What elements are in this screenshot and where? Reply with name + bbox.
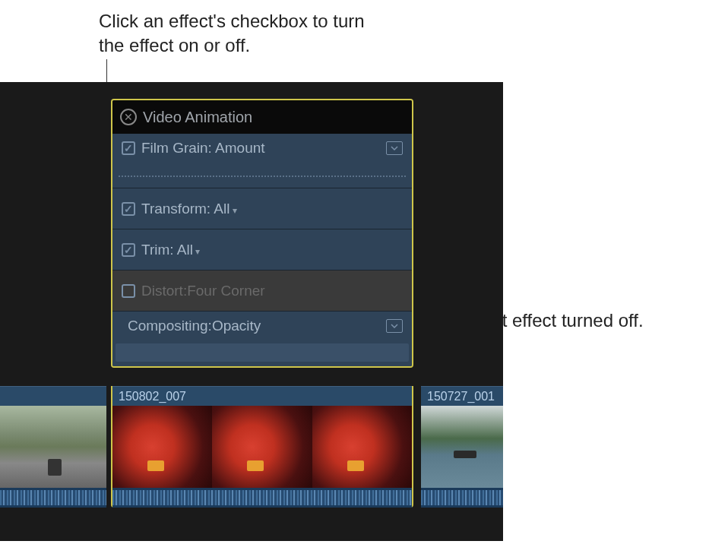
clip-label: 150727_001	[421, 386, 503, 406]
timeline-clip-selected[interactable]: 150802_007	[111, 386, 413, 508]
panel-title: Video Animation	[143, 109, 252, 126]
timeline[interactable]: 150802_007 150727_001	[0, 386, 503, 541]
timeline-bottom-bar	[0, 512, 503, 541]
thumbnail-image	[312, 406, 412, 488]
expand-effect-button[interactable]	[386, 319, 403, 333]
clip-thumbnails	[112, 406, 412, 488]
thumbnail-image	[0, 406, 106, 488]
clip-thumbnails	[0, 406, 106, 488]
video-animation-panel: ✕ Video Animation Film Grain: Amount Tra…	[111, 99, 413, 368]
timeline-clip-prev[interactable]	[0, 386, 106, 508]
effect-checkbox[interactable]	[122, 141, 135, 155]
effect-checkbox[interactable]	[122, 202, 135, 216]
effect-row-trim[interactable]: Trim: All ▾	[112, 229, 412, 271]
effect-row-film-grain[interactable]: Film Grain: Amount	[112, 134, 412, 188]
chevron-down-icon	[391, 146, 398, 150]
effect-row-compositing[interactable]: Compositing:Opacity	[112, 312, 412, 366]
callout-checkbox-instruction: Click an effect's checkbox to turn the e…	[99, 9, 388, 59]
clip-audio-waveform[interactable]	[0, 488, 106, 508]
effect-row-transform[interactable]: Transform: All ▾	[112, 188, 412, 229]
panel-header: ✕ Video Animation	[112, 100, 412, 134]
effect-checkbox[interactable]	[122, 243, 135, 257]
thumbnail-image	[112, 406, 212, 488]
clip-thumbnails	[421, 406, 503, 488]
chevron-down-icon[interactable]: ▾	[233, 205, 237, 216]
close-panel-button[interactable]: ✕	[120, 109, 137, 125]
thumbnail-image	[421, 406, 503, 488]
chevron-down-icon	[391, 324, 398, 328]
clip-audio-waveform[interactable]	[112, 488, 412, 508]
clip-audio-waveform[interactable]	[421, 488, 503, 508]
chevron-down-icon[interactable]: ▾	[195, 246, 200, 257]
effect-label: Transform: All ▾	[141, 201, 403, 217]
effect-checkbox[interactable]	[122, 284, 135, 298]
clip-label: 150802_007	[112, 386, 412, 406]
effect-row-distort[interactable]: Distort:Four Corner	[112, 271, 412, 312]
clip-label	[0, 386, 106, 406]
timeline-clip-next[interactable]: 150727_001	[421, 386, 503, 508]
effect-label: Distort:Four Corner	[141, 283, 403, 299]
opacity-strip[interactable]	[116, 343, 409, 362]
keyframe-dotted-line[interactable]	[119, 176, 406, 177]
effect-label: Film Grain: Amount	[141, 140, 380, 157]
app-dark-area: 150802_007 150727_001 ✕ Video Animation	[0, 82, 503, 541]
thumbnail-image	[212, 406, 312, 488]
effect-label: Trim: All ▾	[141, 242, 403, 258]
effect-label: Compositing:Opacity	[128, 318, 380, 334]
expand-effect-button[interactable]	[386, 141, 403, 155]
close-icon: ✕	[124, 111, 133, 123]
